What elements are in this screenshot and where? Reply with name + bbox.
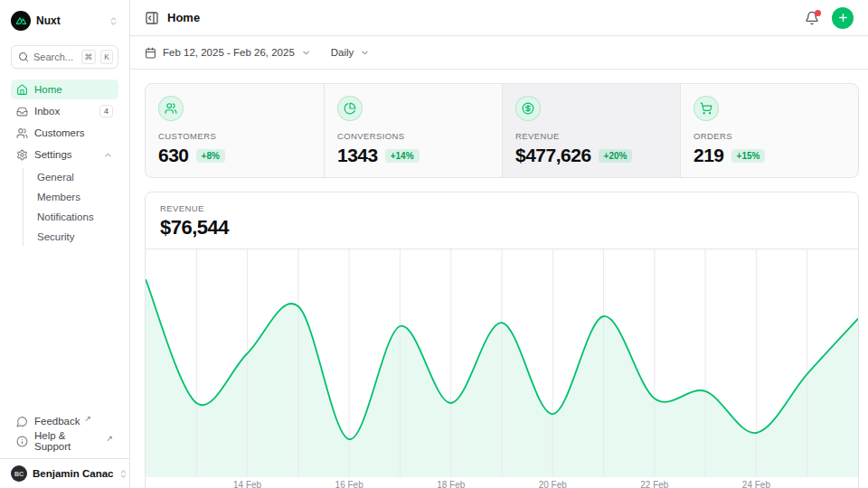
toolbar: Feb 12, 2025 - Feb 26, 2025 Daily [130, 36, 868, 70]
search-placeholder: Search... [33, 52, 77, 62]
inbox-count-badge: 4 [99, 105, 113, 117]
chevrons-up-down-icon [108, 16, 118, 26]
user-name: Benjamin Canac [33, 468, 113, 479]
help-support-link[interactable]: Help & Support ↗ [11, 431, 118, 451]
sidebar: Nuxt Search... ⌘ K Home [0, 0, 130, 488]
info-circle-icon [16, 436, 28, 447]
x-axis-label: 18 Feb [437, 480, 465, 488]
sidebar-item-label: Home [34, 84, 62, 95]
header-actions [805, 7, 854, 29]
users-icon [16, 127, 28, 139]
nuxt-logo-icon [11, 11, 31, 31]
stat-value: 630 [158, 145, 189, 166]
settings-sub-nav: General Members Notifications Security [23, 168, 118, 246]
stat-label: ORDERS [693, 131, 845, 141]
workspace-name: Nuxt [36, 14, 103, 27]
chart-header: REVENUE $76,544 [146, 192, 858, 249]
x-axis-label: 20 Feb [539, 480, 567, 488]
sidebar-item-notifications[interactable]: Notifications [33, 208, 118, 226]
sidebar-item-home[interactable]: Home [11, 80, 118, 99]
chevrons-up-down-icon [118, 469, 128, 479]
external-link-icon: ↗ [85, 414, 92, 423]
user-avatar: BC [11, 465, 27, 482]
sidebar-item-customers[interactable]: Customers [11, 123, 118, 143]
chevron-down-icon [301, 48, 311, 58]
sidebar-main: Nuxt Search... ⌘ K Home [0, 0, 129, 458]
revenue-chart-svg [146, 249, 858, 477]
page-header: Home [130, 0, 868, 36]
stat-change-badge: +14% [385, 149, 420, 163]
collapse-sidebar-button[interactable] [145, 11, 159, 25]
inbox-icon [16, 106, 28, 117]
stat-card-revenue[interactable]: REVENUE $477,626 +20% [502, 84, 680, 178]
app: Nuxt Search... ⌘ K Home [0, 0, 868, 488]
stat-value: $477,626 [515, 145, 591, 166]
stat-card-orders[interactable]: ORDERS 219 +15% [680, 84, 858, 178]
date-range-value: Feb 12, 2025 - Feb 26, 2025 [163, 47, 295, 58]
gear-icon [16, 149, 28, 161]
chevron-up-icon [103, 150, 113, 160]
period-select[interactable]: Daily [331, 47, 371, 58]
search-icon [18, 52, 29, 62]
stat-card-customers[interactable]: CUSTOMERS 630 +8% [146, 84, 324, 178]
shopping-cart-icon [693, 96, 719, 121]
sidebar-item-label: Settings [34, 149, 72, 160]
notification-dot [815, 10, 821, 16]
stat-label: CONVERSIONS [337, 131, 489, 141]
chevron-down-icon [360, 48, 370, 58]
content: CUSTOMERS 630 +8% CONVERSIONS 1343 +14% [130, 70, 868, 488]
help-support-label: Help & Support [34, 430, 101, 452]
user-menu[interactable]: BC Benjamin Canac [0, 458, 129, 488]
plus-icon [837, 12, 849, 23]
x-axis-labels: 14 Feb16 Feb18 Feb20 Feb22 Feb24 Feb [146, 477, 858, 488]
stat-change-badge: +20% [599, 149, 633, 163]
calendar-icon [145, 47, 156, 59]
feedback-label: Feedback [34, 416, 80, 427]
x-axis-label: 22 Feb [640, 480, 668, 488]
external-link-icon: ↗ [106, 434, 113, 443]
search-input[interactable]: Search... ⌘ K [11, 45, 118, 69]
stat-value: 1343 [337, 145, 378, 166]
stat-label: CUSTOMERS [158, 131, 311, 141]
sidebar-item-inbox[interactable]: Inbox 4 [11, 101, 118, 121]
stats-grid: CUSTOMERS 630 +8% CONVERSIONS 1343 +14% [145, 83, 859, 178]
sidebar-nav: Home Inbox 4 Customers [11, 80, 118, 246]
sidebar-item-security[interactable]: Security [33, 228, 118, 246]
x-axis-label: 14 Feb [233, 480, 261, 488]
circle-dollar-icon [515, 96, 541, 121]
notifications-button[interactable] [805, 11, 819, 25]
sidebar-item-label: Customers [34, 127, 85, 138]
house-icon [16, 84, 28, 96]
sidebar-item-settings[interactable]: Settings [11, 145, 118, 164]
revenue-chart-card: REVENUE $76,544 14 Feb16 Feb18 Feb20 Feb… [145, 192, 859, 488]
date-range-picker[interactable]: Feb 12, 2025 - Feb 26, 2025 [145, 47, 311, 59]
stat-value: 219 [693, 145, 724, 166]
pie-chart-icon [337, 96, 363, 121]
stat-change-badge: +8% [196, 149, 225, 163]
main: Home Feb 12, 2025 - Feb 26, 2025 [130, 0, 868, 488]
period-value: Daily [331, 47, 354, 58]
chart-current-value: $76,544 [160, 216, 844, 239]
sidebar-item-general[interactable]: General [33, 168, 118, 186]
sidebar-item-label: Inbox [34, 106, 60, 117]
kbd-k: K [100, 50, 113, 65]
page-title: Home [167, 11, 200, 24]
stat-card-conversions[interactable]: CONVERSIONS 1343 +14% [324, 84, 502, 178]
sidebar-spacer [11, 246, 118, 411]
message-circle-icon [16, 416, 28, 427]
revenue-area-chart[interactable] [146, 249, 858, 477]
add-button[interactable] [832, 7, 854, 29]
sidebar-item-members[interactable]: Members [33, 188, 118, 206]
feedback-link[interactable]: Feedback ↗ [11, 411, 118, 431]
kbd-meta: ⌘ [81, 50, 97, 65]
stat-change-badge: +15% [731, 149, 766, 163]
users-icon [158, 96, 184, 121]
workspace-switcher[interactable]: Nuxt [11, 9, 118, 33]
stat-label: REVENUE [515, 131, 667, 141]
x-axis-label: 24 Feb [742, 480, 770, 488]
x-axis-label: 16 Feb [335, 480, 363, 488]
chart-label: REVENUE [160, 203, 844, 213]
